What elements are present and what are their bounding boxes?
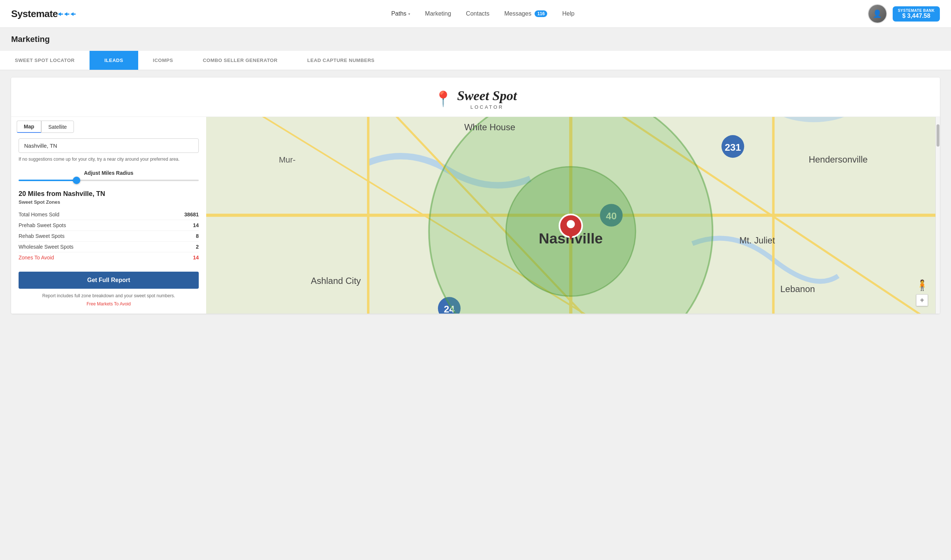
stat-prehab: Prehab Sweet Spots 14 [19, 220, 199, 231]
get-full-report-button[interactable]: Get Full Report [19, 272, 199, 289]
slider-thumb[interactable] [73, 177, 80, 184]
map-satellite-toggle: Map Satellite [11, 117, 206, 137]
nav-messages[interactable]: Messages 116 [504, 11, 547, 17]
messages-badge: 116 [534, 11, 547, 17]
satellite-tab[interactable]: Satellite [41, 121, 74, 133]
svg-text:231: 231 [725, 142, 741, 153]
ssl-title-text: Sweet Spot [457, 88, 517, 103]
ssl-title-block: Sweet Spot LOCATOR [457, 88, 517, 110]
nav-help[interactable]: Help [562, 11, 574, 17]
slider-fill [19, 180, 76, 181]
stat-rehab: Rehab Sweet Spots 8 [19, 231, 199, 242]
search-section: If no suggestions come up for your city,… [11, 137, 206, 167]
svg-text:Mur-: Mur- [279, 155, 296, 165]
logo-arrow-1 [58, 12, 63, 16]
report-section: Get Full Report Report includes full zon… [11, 266, 206, 310]
zoom-controls: + [916, 294, 928, 306]
tab-lead-capture[interactable]: LEAD CAPTURE NUMBERS [292, 51, 389, 70]
tab-combo-seller[interactable]: COMBO SELLER GENERATOR [188, 51, 292, 70]
tab-icomps[interactable]: ICOMPS [138, 51, 188, 70]
chevron-down-icon: ▾ [408, 12, 410, 16]
svg-text:White House: White House [464, 122, 515, 132]
svg-text:Ashland City: Ashland City [311, 276, 361, 286]
free-markets-link[interactable]: Free Markets To Avoid [19, 302, 199, 306]
report-description: Report includes full zone breakdown and … [19, 292, 199, 299]
scrollbar[interactable] [936, 117, 940, 314]
scrollbar-thumb [937, 124, 940, 146]
nav-contacts[interactable]: Contacts [466, 11, 489, 17]
stats-subheader: Sweet Spot Zones [19, 199, 199, 205]
slider-track[interactable] [19, 180, 199, 181]
ssl-header: 📍 Sweet Spot LOCATOR [11, 78, 940, 117]
bank-amount: $ 3,447.58 [898, 12, 935, 19]
map-wrapper: Map Satellite If no suggestions come up … [11, 117, 940, 314]
logo-arrow-3 [71, 12, 76, 16]
left-panel: Map Satellite If no suggestions come up … [11, 117, 206, 314]
tab-sweet-spot-locator[interactable]: SWEET SPOT LOCATOR [0, 51, 90, 70]
avatar[interactable]: 👤 [868, 4, 887, 23]
ssl-card: 📍 Sweet Spot LOCATOR Map Satellite [11, 78, 940, 314]
logo-text: Systemate [11, 8, 58, 20]
bank-label: SYSTEMATE BANK [898, 9, 935, 12]
svg-point-37 [567, 220, 575, 228]
stats-section: 20 Miles from Nashville, TN Sweet Spot Z… [11, 186, 206, 266]
street-view-icon[interactable]: 🧍 [916, 279, 929, 291]
stat-total-homes: Total Homes Sold 38681 [19, 209, 199, 220]
svg-text:Hendersonville: Hendersonville [809, 154, 868, 165]
header-right: 👤 SYSTEMATE BANK $ 3,447.58 [868, 4, 940, 23]
zoom-in-button[interactable]: + [916, 294, 928, 306]
main-content: 📍 Sweet Spot LOCATOR Map Satellite [0, 70, 951, 560]
nav-marketing[interactable]: Marketing [425, 11, 451, 17]
slider-section: Adjust Miles Radius [11, 167, 206, 186]
map-tab[interactable]: Map [17, 121, 41, 133]
search-hint: If no suggestions come up for your city,… [19, 156, 199, 163]
header: Systemate Paths ▾ Marketing Contacts Mes… [0, 0, 951, 28]
ssl-subtitle: LOCATOR [457, 104, 517, 110]
ssl-title-area: 📍 Sweet Spot LOCATOR [19, 88, 932, 110]
stat-zones-to-avoid: Zones To Avoid 14 [19, 252, 199, 263]
tabs-bar: SWEET SPOT LOCATOR ILEADS ICOMPS COMBO S… [0, 51, 951, 70]
avatar-image: 👤 [869, 5, 886, 23]
svg-text:Mt. Juliet: Mt. Juliet [739, 235, 775, 245]
map-tile[interactable]: 69 24 40 231 Nashville Springfield Gall [206, 117, 936, 314]
nav-paths[interactable]: Paths ▾ [391, 11, 410, 17]
map-pin-icon: 📍 [434, 90, 452, 108]
bank-button[interactable]: SYSTEMATE BANK $ 3,447.58 [893, 6, 940, 22]
logo[interactable]: Systemate [11, 8, 76, 20]
page-title-bar: Marketing [0, 28, 951, 51]
logo-arrow-2 [64, 12, 69, 16]
city-input[interactable] [19, 138, 199, 153]
tab-ileads[interactable]: ILEADS [90, 51, 138, 70]
stats-header: 20 Miles from Nashville, TN [19, 190, 199, 198]
page-title: Marketing [11, 34, 50, 44]
slider-label: Adjust Miles Radius [19, 170, 199, 176]
logo-arrows [58, 12, 76, 16]
main-nav: Paths ▾ Marketing Contacts Messages 116 … [98, 11, 868, 17]
stat-wholesale: Wholesale Sweet Spots 2 [19, 242, 199, 252]
map-svg: 69 24 40 231 Nashville Springfield Gall [206, 117, 936, 314]
svg-text:Lebanon: Lebanon [781, 284, 815, 294]
